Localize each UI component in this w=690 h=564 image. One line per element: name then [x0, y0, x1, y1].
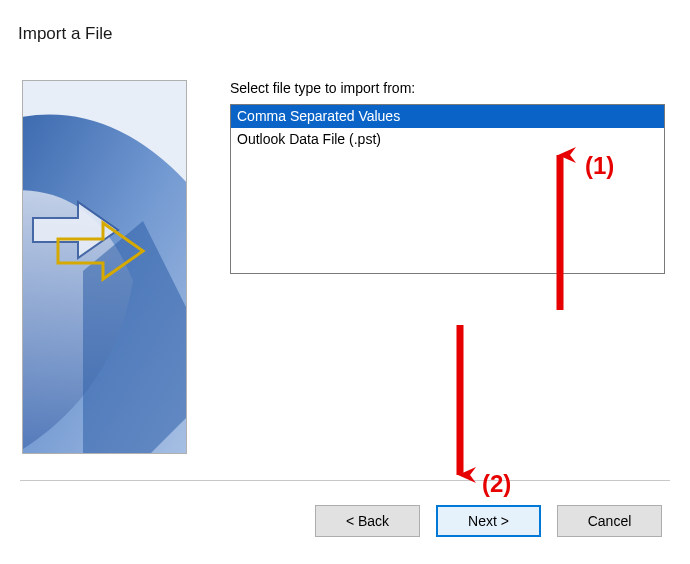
list-item[interactable]: Outlook Data File (.pst)	[231, 128, 664, 151]
list-item[interactable]: Comma Separated Values	[231, 105, 664, 128]
content-area: Select file type to import from: Comma S…	[230, 80, 665, 274]
annotation-label-2: (2)	[482, 470, 511, 498]
dialog-title: Import a File	[18, 24, 112, 44]
separator	[20, 480, 670, 481]
file-type-list[interactable]: Comma Separated Values Outlook Data File…	[230, 104, 665, 274]
wizard-graphic	[22, 80, 187, 454]
file-type-label: Select file type to import from:	[230, 80, 665, 96]
next-button[interactable]: Next >	[436, 505, 541, 537]
back-button[interactable]: < Back	[315, 505, 420, 537]
cancel-button[interactable]: Cancel	[557, 505, 662, 537]
button-row: < Back Next > Cancel	[315, 505, 662, 537]
